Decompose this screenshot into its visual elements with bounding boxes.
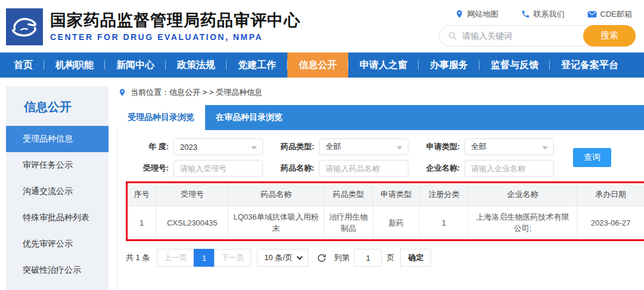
chevron-down-icon (542, 146, 548, 150)
breadcrumb: 当前位置：信息公开 > > 受理品种信息 (118, 87, 644, 98)
accept-no-input[interactable] (180, 164, 256, 173)
cell-date: 2023-06-27 (577, 206, 644, 239)
col-drug-type: 药品类型 (324, 183, 373, 206)
page-word: 页 (386, 252, 394, 263)
nav-item-policy[interactable]: 政策法规 (166, 53, 227, 78)
drug-name-label: 药品名称: (271, 163, 314, 174)
table-row: 1 CXSL2300435 LQ036单域抗体吸入用粉末 治疗用生物制品 新药 … (128, 206, 644, 239)
main-panel: 当前位置：信息公开 > > 受理品种信息 受理品种目录浏览 在审品种目录浏览 年… (117, 86, 644, 290)
header-quick-links: 网站地图 联系我们 CDE邮箱 (455, 9, 632, 20)
cell-apply-type: 新药 (373, 206, 419, 239)
cell-reg-class: 1 (419, 206, 468, 239)
cell-drug-type: 治疗用生物制品 (324, 206, 373, 239)
search-input[interactable] (462, 31, 575, 41)
refresh-icon (317, 253, 327, 263)
sidebar-item-review-tasks[interactable]: 审评任务公示 (6, 152, 109, 178)
company-input[interactable] (471, 164, 547, 173)
col-accept-no: 受理号 (156, 183, 228, 206)
company-label: 企业名称: (417, 163, 460, 174)
contact-link[interactable]: 联系我们 (521, 9, 565, 20)
prev-page-button[interactable]: 上一页 (157, 249, 194, 267)
content-area: 信息公开 受理品种信息 审评任务公示 沟通交流公示 特殊审批品种列表 优先审评公… (0, 78, 644, 290)
cell-drug-name: LQ036单域抗体吸入用粉末 (228, 206, 324, 239)
map-pin-icon (455, 10, 464, 18)
nav-item-home[interactable]: 首页 (2, 53, 44, 78)
results-table-highlight: 序号 受理号 药品名称 药品类型 申请类型 注册分类 企业名称 承办日期 1 (126, 181, 644, 241)
results-table: 序号 受理号 药品名称 药品类型 申请类型 注册分类 企业名称 承办日期 1 (128, 183, 644, 239)
col-seq: 序号 (128, 183, 156, 206)
nav-item-supervision[interactable]: 监督与反馈 (479, 53, 550, 78)
query-button[interactable]: 查询 (573, 148, 611, 167)
sidebar: 信息公开 受理品种信息 审评任务公示 沟通交流公示 特殊审批品种列表 优先审评公… (6, 86, 109, 290)
cde-mail-link[interactable]: CDE邮箱 (587, 9, 632, 20)
refresh-button[interactable] (317, 253, 327, 263)
year-label: 年 度: (126, 141, 169, 152)
year-select[interactable]: 2023 (174, 138, 263, 155)
sidebar-item-communication[interactable]: 沟通交流公示 (6, 178, 109, 205)
drug-name-field (319, 160, 408, 177)
tab-under-review-catalog[interactable]: 在审品种目录浏览 (205, 105, 293, 130)
sidebar-item-special-approval[interactable]: 特殊审批品种列表 (6, 205, 109, 231)
site-header: 国家药品监督管理局药品审评中心 CENTER FOR DRUG EVALUATI… (0, 0, 644, 53)
pagination: 共 1 条 上一页 1 下一页 10 条/页 到第 页 确定 (126, 249, 644, 267)
cell-seq: 1 (128, 206, 156, 239)
col-apply-type: 申请类型 (373, 183, 419, 206)
goto-page-input[interactable] (354, 249, 382, 267)
chevron-down-icon (397, 146, 402, 150)
site-subtitle: CENTER FOR DRUG EVALUATION, NMPA (50, 32, 301, 42)
cde-logo (6, 8, 43, 45)
nav-item-news[interactable]: 新闻中心 (105, 53, 166, 78)
filter-form: 年 度: 2023 药品类型: 全部 申请类型: 全部 (126, 138, 644, 177)
col-reg-class: 注册分类 (419, 183, 468, 206)
drug-type-select[interactable]: 全部 (319, 138, 408, 155)
sidebar-title: 信息公开 (6, 86, 109, 126)
site-title: 国家药品监督管理局药品审评中心 (50, 11, 301, 31)
cell-company: 上海洛启生物医药技术有限公司; (469, 206, 577, 239)
sidebar-item-priority-review[interactable]: 优先审评公示 (6, 231, 109, 257)
sitemap-link[interactable]: 网站地图 (455, 9, 499, 20)
next-page-button[interactable]: 下一页 (214, 249, 251, 267)
apply-type-label: 申请类型: (417, 141, 460, 152)
col-date: 承办日期 (577, 183, 644, 206)
chevron-down-icon (296, 254, 302, 260)
sidebar-item-three-in-one[interactable]: 三合一序列公示 (6, 283, 109, 290)
sidebar-item-accepted-varieties[interactable]: 受理品种信息 (6, 126, 109, 152)
apply-type-select[interactable]: 全部 (465, 138, 554, 155)
total-count: 共 1 条 (126, 252, 150, 263)
col-company: 企业名称 (469, 183, 577, 206)
mail-icon (587, 10, 597, 18)
breadcrumb-text: 当前位置：信息公开 > > 受理品种信息 (131, 87, 262, 98)
accept-no-field (174, 160, 263, 177)
col-drug-name: 药品名称 (228, 183, 324, 206)
nav-item-registration[interactable]: 登记备案平台 (550, 53, 630, 78)
location-pin-icon (118, 88, 126, 97)
tab-bar: 受理品种目录浏览 在审品种目录浏览 (117, 105, 644, 130)
tab-panel: 年 度: 2023 药品类型: 全部 申请类型: 全部 (117, 130, 644, 290)
goto-label: 到第 (334, 252, 349, 263)
tab-accepted-catalog[interactable]: 受理品种目录浏览 (117, 105, 205, 130)
nav-item-party[interactable]: 党建工作 (227, 53, 287, 78)
drug-name-input[interactable] (326, 164, 402, 173)
nav-item-applicant[interactable]: 申请人之窗 (348, 53, 419, 78)
chevron-down-icon (251, 146, 257, 150)
accept-no-label: 受理号: (126, 163, 169, 174)
search-button[interactable]: 搜索 (583, 25, 636, 47)
page-size-select[interactable]: 10 条/页 (257, 249, 308, 267)
company-field (465, 160, 554, 177)
cell-accept-no: CXSL2300435 (156, 206, 228, 239)
phone-icon (521, 10, 530, 18)
main-nav: 首页 机构职能 新闻中心 政策法规 党建工作 信息公开 申请人之窗 办事服务 监… (0, 53, 644, 78)
current-page-button[interactable]: 1 (194, 249, 214, 267)
confirm-button[interactable]: 确定 (400, 249, 431, 267)
sidebar-item-breakthrough[interactable]: 突破性治疗公示 (6, 257, 109, 283)
table-header-row: 序号 受理号 药品名称 药品类型 申请类型 注册分类 企业名称 承办日期 (128, 183, 644, 206)
nav-item-info-disclosure[interactable]: 信息公开 (287, 53, 348, 78)
nav-item-functions[interactable]: 机构职能 (44, 53, 105, 78)
search-icon (448, 31, 457, 41)
drug-type-label: 药品类型: (271, 141, 314, 152)
nav-item-services[interactable]: 办事服务 (419, 53, 479, 78)
